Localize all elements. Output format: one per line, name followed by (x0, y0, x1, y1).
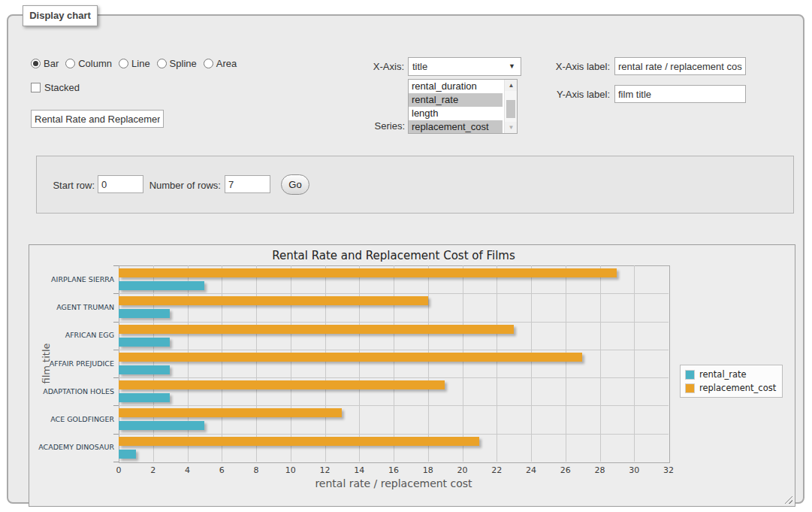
listbox-scrollbar[interactable]: ▲ ▼ (504, 80, 517, 133)
gridline-vertical (359, 265, 360, 462)
x-axis-title: rental rate / replacement cost (119, 477, 669, 489)
y-axis-tick (113, 293, 119, 294)
x-tick-label: 10 (276, 465, 306, 475)
y-axis-tick (113, 350, 119, 350)
gridline-vertical (428, 265, 429, 462)
legend-label: replacement_cost (699, 383, 776, 393)
display-chart-panel: BarColumnLineSplineArea Stacked X-Axis: … (7, 14, 804, 504)
radio-icon[interactable] (65, 59, 75, 68)
x-tick-label: 26 (551, 465, 581, 475)
chart-type-radio-area[interactable]: Area (204, 58, 237, 69)
chart-title: Rental Rate and Replacement Cost of Film… (119, 249, 669, 262)
x-axis-label-field-label: X-Axis label: (535, 61, 610, 72)
scroll-up-icon[interactable]: ▲ (505, 80, 518, 91)
series-option-rental_duration[interactable]: rental_duration (409, 80, 503, 93)
x-tick-label: 6 (207, 465, 237, 475)
bar-rental-rate (119, 421, 204, 430)
chart-type-radio-spline[interactable]: Spline (157, 58, 197, 69)
series-option-length[interactable]: length (409, 107, 503, 120)
gridline-vertical (497, 265, 497, 462)
bar-replacement-cost (119, 437, 479, 446)
x-axis-select-label: X-Axis: (329, 61, 404, 72)
series-select-label: Series: (330, 120, 405, 132)
gridline-vertical (325, 265, 326, 462)
scroll-down-icon[interactable]: ▼ (505, 122, 518, 133)
gridline-vertical (291, 265, 291, 462)
series-option-rental_rate[interactable]: rental_rate (409, 93, 503, 107)
chart-type-radio-label: Area (216, 58, 237, 69)
bar-rental-rate (119, 309, 170, 318)
y-axis-label-field-label: Y-Axis label: (535, 89, 610, 100)
x-tick-label: 2 (138, 465, 168, 475)
gridline-horizontal (119, 434, 669, 435)
scrollbar-thumb[interactable] (506, 100, 515, 118)
number-of-rows-label: Number of rows: (98, 180, 221, 191)
number-of-rows-input[interactable] (225, 175, 270, 193)
x-tick-label: 28 (585, 465, 615, 475)
bar-replacement-cost (119, 353, 582, 362)
radio-icon[interactable] (119, 59, 128, 68)
chart-type-radio-label: Bar (44, 58, 59, 69)
legend-label: rental_rate (699, 369, 747, 380)
category-label: ACE GOLDFINGER (32, 415, 114, 423)
gridline-horizontal (119, 377, 669, 378)
chart-title-input[interactable] (31, 110, 164, 128)
gridline-vertical (256, 265, 257, 462)
chart-type-radio-label: Line (131, 58, 150, 69)
x-axis-select[interactable]: title ▼ (408, 57, 521, 76)
gridline-vertical (463, 265, 463, 462)
bar-replacement-cost (119, 296, 428, 305)
gridline-horizontal (119, 322, 669, 323)
legend-swatch (685, 383, 695, 393)
x-tick-label: 24 (516, 465, 546, 475)
series-listbox[interactable]: rental_durationrental_ratelengthreplacem… (408, 79, 518, 134)
gridline-horizontal (119, 405, 669, 406)
category-label: AGENT TRUMAN (32, 303, 114, 311)
x-tick-label: 20 (448, 465, 478, 475)
chart-container: Rental Rate and Replacement Cost of Film… (29, 244, 795, 507)
y-axis-title: film title (41, 326, 52, 401)
resize-handle-icon[interactable] (784, 495, 792, 504)
panel-title: Display chart (23, 5, 98, 26)
gridline-vertical (222, 265, 222, 462)
bar-replacement-cost (119, 408, 342, 417)
radio-icon[interactable] (31, 59, 41, 68)
chart-type-radio-label: Spline (170, 58, 197, 69)
x-tick-label: 8 (241, 465, 271, 475)
stacked-checkbox[interactable] (31, 83, 41, 92)
x-axis-label-input[interactable] (614, 57, 746, 75)
x-tick-label: 22 (481, 465, 512, 475)
y-axis-tick (113, 265, 119, 266)
radio-icon[interactable] (157, 59, 167, 68)
bar-rental-rate (119, 338, 170, 347)
go-button[interactable]: Go (281, 174, 309, 195)
bar-replacement-cost (119, 268, 617, 277)
x-tick-label: 30 (619, 465, 649, 475)
stacked-label: Stacked (44, 82, 80, 93)
legend-item-rental_rate: rental_rate (685, 369, 776, 380)
chart-type-radio-bar[interactable]: Bar (31, 58, 59, 69)
x-tick-label: 32 (654, 465, 684, 475)
stacked-option[interactable]: Stacked (31, 82, 80, 93)
gridline-vertical (153, 265, 154, 462)
bar-replacement-cost (119, 380, 445, 389)
bar-rental-rate (119, 450, 136, 459)
gridline-vertical (566, 265, 566, 462)
x-axis-select-value: title (412, 61, 427, 72)
series-option-replacement_cost[interactable]: replacement_cost (409, 120, 503, 134)
y-axis-tick (113, 322, 119, 323)
bar-rental-rate (119, 281, 204, 290)
legend-swatch (685, 370, 695, 380)
category-label: ACADEMY DINOSAUR (32, 443, 114, 451)
chart-type-radio-line[interactable]: Line (119, 58, 150, 69)
chevron-down-icon: ▼ (509, 58, 515, 75)
legend-item-replacement_cost: replacement_cost (685, 383, 776, 393)
radio-icon[interactable] (204, 59, 213, 68)
x-tick-label: 16 (379, 465, 409, 475)
chart-type-radio-column[interactable]: Column (65, 58, 112, 69)
bar-replacement-cost (119, 325, 514, 334)
y-axis-label-input[interactable] (614, 85, 746, 103)
y-axis-tick (113, 434, 119, 435)
chart-legend: rental_ratereplacement_cost (680, 365, 783, 398)
chart-type-radio-group: BarColumnLineSplineArea (31, 58, 237, 69)
